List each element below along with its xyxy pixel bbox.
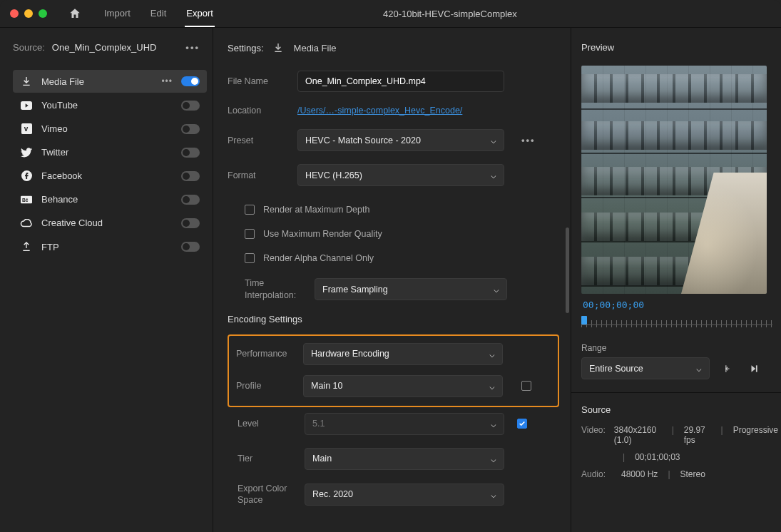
location-label: Location xyxy=(228,105,285,116)
render-max-depth-row[interactable]: Render at Maximum Depth xyxy=(228,205,559,215)
youtube-icon xyxy=(20,101,33,110)
tier-value: Main xyxy=(312,454,332,464)
home-icon[interactable] xyxy=(68,7,81,20)
profile-select[interactable]: Main 10 ⌵ xyxy=(303,375,503,397)
scrollbar-thumb[interactable] xyxy=(566,227,569,313)
source-name: One_Min_Complex_UHD xyxy=(52,42,157,53)
fullscreen-window-button[interactable] xyxy=(39,9,47,18)
settings-label: Settings: xyxy=(228,43,264,53)
destination-list: Media File ••• YouTube v Vimeo Twitter xyxy=(13,70,207,258)
video-fps: 29.97 fps xyxy=(684,425,711,445)
render-max-depth-label: Render at Maximum Depth xyxy=(263,205,369,215)
time-interpolation-value: Frame Sampling xyxy=(322,285,388,295)
destination-label: FTP xyxy=(41,242,173,252)
render-alpha-only-row[interactable]: Render Alpha Channel Only xyxy=(228,253,559,263)
destination-youtube[interactable]: YouTube xyxy=(13,94,207,116)
time-interpolation-label: Time Interpolation: xyxy=(245,277,302,301)
destination-facebook[interactable]: Facebook xyxy=(13,165,207,187)
profile-value: Main 10 xyxy=(311,381,342,391)
preview-label: Preview xyxy=(581,42,778,53)
audio-channels: Stereo xyxy=(680,469,705,479)
checkbox-unchecked[interactable] xyxy=(245,253,255,263)
preset-select[interactable]: HEVC - Match Source - 2020 ⌵ xyxy=(297,129,504,151)
destination-creative-cloud[interactable]: Creative Cloud xyxy=(13,212,207,234)
tier-label: Tier xyxy=(238,453,292,464)
divider xyxy=(571,392,781,393)
window-title: 420-10bit-HEVC-simpleComplex xyxy=(129,9,771,19)
destination-twitter[interactable]: Twitter xyxy=(13,141,207,163)
checkbox-unchecked[interactable] xyxy=(245,229,255,239)
level-select[interactable]: 5.1 ⌵ xyxy=(305,413,504,435)
chevron-down-icon: ⌵ xyxy=(491,170,496,180)
preview-panel: Preview 00;00;00;00 Range Entire Source … xyxy=(571,27,781,532)
twitter-icon xyxy=(20,148,33,158)
chevron-down-icon: ⌵ xyxy=(491,489,496,500)
color-space-select[interactable]: Rec. 2020 ⌵ xyxy=(305,484,504,506)
chevron-down-icon: ⌵ xyxy=(494,284,499,295)
match-source-checkbox[interactable] xyxy=(521,381,531,391)
mark-in-button[interactable] xyxy=(717,359,737,379)
timecode-display[interactable]: 00;00;00;00 xyxy=(583,300,778,310)
destination-vimeo[interactable]: v Vimeo xyxy=(13,118,207,140)
source-panel: Source: One_Min_Complex_UHD ••• Media Fi… xyxy=(0,27,213,532)
encoding-settings-header: Encoding Settings xyxy=(228,314,559,324)
behance-icon: Bē xyxy=(20,195,33,204)
source-label: Source: xyxy=(13,42,45,53)
destination-media-file[interactable]: Media File ••• xyxy=(13,70,207,93)
playhead-icon[interactable] xyxy=(581,316,587,324)
tab-import[interactable]: Import xyxy=(103,1,132,27)
ftp-upload-icon xyxy=(20,241,33,252)
time-interpolation-select[interactable]: Frame Sampling ⌵ xyxy=(315,278,507,300)
location-link[interactable]: /Users/…-simple-complex_Hevc_Encode/ xyxy=(297,106,462,116)
svg-text:v: v xyxy=(24,125,28,133)
preset-value: HEVC - Match Source - 2020 xyxy=(305,135,421,145)
format-label: Format xyxy=(228,170,285,181)
minimize-window-button[interactable] xyxy=(24,9,33,18)
profile-label: Profile xyxy=(236,380,290,392)
tier-select[interactable]: Main ⌵ xyxy=(305,448,504,470)
highlighted-encoding-settings: Performance Hardware Encoding ⌵ Profile … xyxy=(228,334,559,407)
performance-select[interactable]: Hardware Encoding ⌵ xyxy=(303,343,503,365)
vimeo-icon: v xyxy=(20,123,33,134)
level-label: Level xyxy=(238,418,292,429)
title-bar: Import Edit Export 420-10bit-HEVC-simple… xyxy=(0,0,781,27)
match-source-checkbox-checked[interactable] xyxy=(517,419,527,429)
destination-ftp[interactable]: FTP xyxy=(13,235,207,258)
destination-toggle[interactable] xyxy=(181,76,200,86)
video-meta-label: Video: xyxy=(581,425,606,445)
checkbox-unchecked[interactable] xyxy=(245,205,255,215)
chevron-down-icon: ⌵ xyxy=(489,349,495,359)
destination-menu-icon[interactable]: ••• xyxy=(161,76,173,86)
timeline-ruler[interactable] xyxy=(581,314,778,333)
destination-toggle[interactable] xyxy=(181,218,200,228)
source-menu-icon[interactable]: ••• xyxy=(185,42,200,53)
close-window-button[interactable] xyxy=(10,9,19,18)
file-name-label: File Name xyxy=(228,76,285,87)
media-file-icon xyxy=(20,76,33,87)
range-label: Range xyxy=(581,343,778,353)
chevron-down-icon: ⌵ xyxy=(491,419,496,429)
destination-toggle[interactable] xyxy=(181,101,200,111)
preset-label: Preset xyxy=(228,135,285,146)
format-select[interactable]: HEVC (H.265) ⌵ xyxy=(297,164,504,186)
range-value: Entire Source xyxy=(589,364,643,374)
destination-toggle[interactable] xyxy=(181,124,200,134)
destination-toggle[interactable] xyxy=(181,171,200,181)
destination-toggle[interactable] xyxy=(181,195,200,205)
preset-menu-icon[interactable]: ••• xyxy=(521,135,536,145)
destination-toggle[interactable] xyxy=(181,148,200,158)
preview-thumbnail[interactable] xyxy=(581,66,767,294)
window-controls xyxy=(10,9,47,18)
use-max-render-quality-row[interactable]: Use Maximum Render Quality xyxy=(228,229,559,239)
destination-label: Creative Cloud xyxy=(41,218,173,228)
range-select[interactable]: Entire Source ⌵ xyxy=(581,357,710,379)
mark-out-button[interactable] xyxy=(744,359,764,379)
destination-behance[interactable]: Bē Behance xyxy=(13,188,207,210)
color-space-value: Rec. 2020 xyxy=(312,489,353,499)
file-name-input[interactable] xyxy=(297,71,504,92)
destination-toggle[interactable] xyxy=(181,242,200,252)
chevron-down-icon: ⌵ xyxy=(489,381,495,392)
chevron-down-icon: ⌵ xyxy=(491,454,496,464)
facebook-icon xyxy=(20,170,33,181)
destination-label: Twitter xyxy=(41,147,173,158)
